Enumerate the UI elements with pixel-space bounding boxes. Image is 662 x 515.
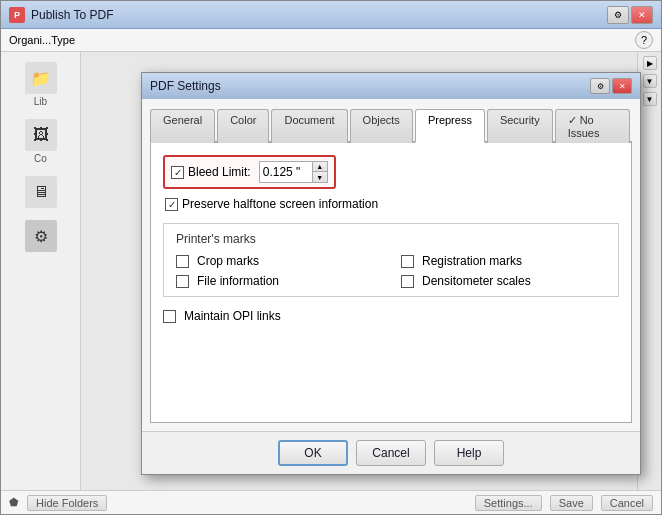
marks-grid: Crop marks Registration marks File infor… [176,254,606,288]
hide-folders-button[interactable]: Hide Folders [27,495,107,511]
dialog-help-btn[interactable]: ⚙ [590,78,610,94]
preserve-halftone-checkbox[interactable]: ✓ [165,198,178,211]
save-button[interactable]: Save [550,495,593,511]
bleed-limit-spinbox[interactable]: ▲ ▼ [259,161,328,183]
dialog-close-btn[interactable]: ✕ [612,78,632,94]
right-panel-arrow-3[interactable]: ▼ [643,92,657,106]
status-bar: ⬟ Hide Folders Settings... Save Cancel [1,490,661,514]
header-row: Organi... Type ? [1,29,661,52]
app-title: Publish To PDF [31,8,607,22]
app-window: P Publish To PDF ⚙ ✕ Organi... Type ? 📁 … [0,0,662,515]
content-icon: 🖼 [25,119,57,151]
tab-security[interactable]: Security [487,109,553,143]
dialog-footer: OK Cancel Help [142,431,640,474]
tab-general[interactable]: General [150,109,215,143]
app-content: 📁 Lib 🖼 Co 🖥 ⚙ PDF Settings [1,52,661,505]
spin-arrows: ▲ ▼ [312,162,327,182]
maintain-opi-checkbox[interactable] [163,310,176,323]
app-close-btn[interactable]: ✕ [631,6,653,24]
spin-up-arrow[interactable]: ▲ [313,162,327,172]
sidebar-item-content[interactable]: 🖼 Co [1,113,80,170]
registration-marks-item: Registration marks [401,254,606,268]
bleed-limit-input[interactable] [260,164,312,180]
dialog-titlebar-buttons: ⚙ ✕ [590,78,632,94]
app-settings-btn[interactable]: ⚙ [607,6,629,24]
sidebar: 📁 Lib 🖼 Co 🖥 ⚙ [1,52,81,505]
maintain-opi-label: Maintain OPI links [184,309,281,323]
preserve-halftone-row: ✓ Preserve halftone screen information [163,197,619,211]
printers-marks-section: Printer's marks Crop marks Registration … [163,223,619,297]
dialog-body: General Color Document Objects Prepress [142,99,640,431]
help-icon[interactable]: ? [635,31,653,49]
densitometer-item: Densitometer scales [401,274,606,288]
app-titlebar-buttons: ⚙ ✕ [607,6,653,24]
misc-icon: ⚙ [25,220,57,252]
densitometer-checkbox[interactable] [401,275,414,288]
printers-marks-title: Printer's marks [176,232,606,246]
tab-content-prepress: ✓ Bleed Limit: ▲ ▼ [150,143,632,423]
bleed-limit-row: ✓ Bleed Limit: ▲ ▼ [163,155,336,189]
densitometer-label: Densitometer scales [422,274,531,288]
help-button[interactable]: Help [434,440,504,466]
sidebar-item-content-label: Co [34,153,47,164]
sidebar-item-library[interactable]: 📁 Lib [1,56,80,113]
tab-document[interactable]: Document [271,109,347,143]
sidebar-item-misc[interactable]: ⚙ [1,214,80,258]
crop-marks-checkbox[interactable] [176,255,189,268]
crop-marks-item: Crop marks [176,254,381,268]
spin-down-arrow[interactable]: ▼ [313,172,327,182]
type-label: Type [51,34,75,46]
registration-marks-checkbox[interactable] [401,255,414,268]
pages-icon: 🖥 [25,176,57,208]
registration-marks-label: Registration marks [422,254,522,268]
file-info-checkbox[interactable] [176,275,189,288]
maintain-opi-row: Maintain OPI links [163,309,619,323]
organizer-label: Organi... [9,34,51,46]
tab-color[interactable]: Color [217,109,269,143]
tab-objects[interactable]: Objects [350,109,413,143]
cancel-button[interactable]: Cancel [356,440,426,466]
status-cancel-button[interactable]: Cancel [601,495,653,511]
settings-button[interactable]: Settings... [475,495,542,511]
right-panel-arrow-1[interactable]: ▶ [643,56,657,70]
file-info-label: File information [197,274,279,288]
sidebar-item-library-label: Lib [34,96,47,107]
crop-marks-label: Crop marks [197,254,259,268]
tab-prepress[interactable]: Prepress [415,109,485,143]
bleed-limit-label: Bleed Limit: [188,165,251,179]
bleed-limit-checkbox[interactable]: ✓ [171,166,184,179]
tab-no-issues[interactable]: ✓No Issues [555,109,630,143]
right-panel-arrow-2[interactable]: ▼ [643,74,657,88]
app-titlebar: P Publish To PDF ⚙ ✕ [1,1,661,29]
no-issues-checkmark-icon: ✓ [568,114,577,126]
app-icon: P [9,7,25,23]
pdf-settings-dialog: PDF Settings ⚙ ✕ General Color [141,72,641,475]
preserve-halftone-label: Preserve halftone screen information [182,197,378,211]
dialog-titlebar: PDF Settings ⚙ ✕ [142,73,640,99]
main-area: PDF Settings ⚙ ✕ General Color [81,52,637,505]
file-info-item: File information [176,274,381,288]
sidebar-item-pages[interactable]: 🖥 [1,170,80,214]
library-icon: 📁 [25,62,57,94]
ok-button[interactable]: OK [278,440,348,466]
tab-bar: General Color Document Objects Prepress [150,107,632,143]
dialog-title: PDF Settings [150,79,221,93]
